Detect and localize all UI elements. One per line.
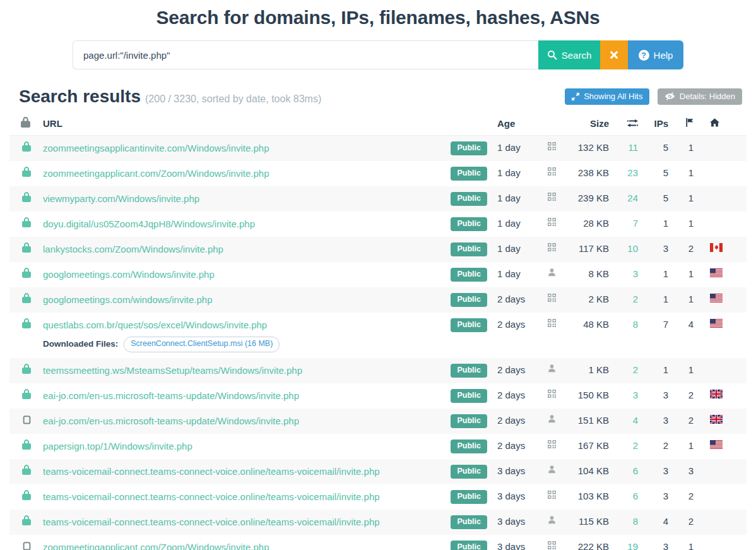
search-button-label: Search xyxy=(562,50,592,61)
result-url-link[interactable]: doyu.digital/us05Zoom4JqpH8/Windows/invi… xyxy=(43,218,255,230)
transfers-icon xyxy=(627,119,638,127)
size-cell: 150 KB xyxy=(564,383,614,409)
result-url-link[interactable]: viewmyparty.com/Windows/invite.php xyxy=(43,193,199,205)
result-url-link[interactable]: zoommeetingsapplicantinvite.com/Windows/… xyxy=(43,142,269,155)
lock-header-icon xyxy=(21,117,30,128)
ips-cell: 1 xyxy=(643,358,673,383)
downloaded-files-label: Downloaded Files: xyxy=(43,338,118,350)
hits-count-link[interactable]: 6 xyxy=(633,465,638,476)
visibility-badge: Public xyxy=(451,318,487,332)
country-flag-us-icon xyxy=(710,268,723,277)
search-bar: Search ? Help xyxy=(73,40,683,69)
result-url-link[interactable]: teams-voicemail-connect.teams-connect-vo… xyxy=(43,491,380,503)
clear-search-button[interactable] xyxy=(600,40,628,69)
result-url-link[interactable]: papersign.top/1/Windows/invite.php xyxy=(43,440,192,453)
hits-count-link[interactable]: 10 xyxy=(627,243,638,254)
countries-cell: 2 xyxy=(673,409,699,434)
ips-cell: 3 xyxy=(643,535,673,550)
showing-all-hits-label: Showing All Hits xyxy=(584,92,642,101)
ips-cell: 2 xyxy=(643,434,673,459)
user-icon xyxy=(547,268,557,277)
visibility-badge: Public xyxy=(451,141,487,155)
visibility-badge: Public xyxy=(451,293,487,307)
hits-count-link[interactable]: 2 xyxy=(633,294,638,304)
user-icon xyxy=(547,364,557,373)
result-url-link[interactable]: teams-voicemail-connect.teams-connect-vo… xyxy=(43,516,380,529)
countries-cell: 1 xyxy=(673,434,699,459)
help-button[interactable]: ? Help xyxy=(628,40,683,69)
unlocked-icon xyxy=(22,414,32,424)
result-url-link[interactable]: questlabs.com.br/quest/sos/excel/Windows… xyxy=(43,319,267,332)
hits-count-link[interactable]: 11 xyxy=(628,142,638,153)
help-button-label: Help xyxy=(654,50,673,61)
visibility-badge: Public xyxy=(451,465,487,479)
hits-count-link[interactable]: 2 xyxy=(633,440,638,451)
lock-icon xyxy=(22,490,31,500)
size-cell: 1 KB xyxy=(564,358,614,383)
visibility-badge: Public xyxy=(451,217,487,231)
lock-icon xyxy=(22,217,31,227)
qr-code-icon xyxy=(547,490,557,499)
age-cell: 1 day xyxy=(492,186,540,212)
result-url-link[interactable]: googlomeetings.com/windows/invite.php xyxy=(43,294,212,306)
hits-count-link[interactable]: 8 xyxy=(633,516,638,527)
ips-cell: 4 xyxy=(643,510,673,535)
age-cell: 3 days xyxy=(492,535,540,550)
hits-count-link[interactable]: 8 xyxy=(633,319,638,330)
visibility-badge: Public xyxy=(451,490,487,504)
user-icon xyxy=(547,414,557,424)
age-cell: 1 day xyxy=(492,237,540,262)
ips-cell: 7 xyxy=(643,313,673,358)
results-meta: (200 / 3230, sorted by date, took 83ms) xyxy=(145,93,321,104)
size-cell: 151 KB xyxy=(564,409,614,434)
ips-cell: 3 xyxy=(643,237,673,262)
result-url-link[interactable]: eai-jo.com/en-us.microsoft-teams-update/… xyxy=(43,415,299,427)
qr-code-icon xyxy=(547,389,557,398)
visibility-badge: Public xyxy=(451,167,487,181)
size-cell: 28 KB xyxy=(564,212,614,237)
results-header-buttons: Showing All Hits Details: Hidden xyxy=(565,88,742,105)
age-cell: 1 day xyxy=(492,161,540,186)
results-table: URL Age Size IPs xyxy=(9,113,747,550)
size-cell: 132 KB xyxy=(564,136,614,162)
hits-count-link[interactable]: 6 xyxy=(633,491,638,501)
countries-cell: 1 xyxy=(673,186,699,212)
search-button[interactable]: Search xyxy=(538,40,600,69)
results-title: Search results(200 / 3230, sorted by dat… xyxy=(19,87,321,107)
qr-code-icon xyxy=(547,318,557,328)
result-url-link[interactable]: googlomeetings.com/Windows/invite.php xyxy=(43,268,215,281)
lock-icon xyxy=(22,268,31,278)
hits-count-link[interactable]: 3 xyxy=(633,268,638,279)
result-row: eai-jo.com/en-us.microsoft-teams-update/… xyxy=(9,383,747,409)
result-url-link[interactable]: lankystocks.com/Zoom/Windows/invite.php xyxy=(43,243,223,256)
hits-count-link[interactable]: 3 xyxy=(633,390,638,400)
hits-count-link[interactable]: 7 xyxy=(633,218,638,229)
hits-count-link[interactable]: 19 xyxy=(627,541,638,550)
result-url-link[interactable]: teams-voicemail-connect.teams-connect-vo… xyxy=(43,465,380,478)
size-cell: 239 KB xyxy=(564,186,614,212)
hits-count-link[interactable]: 2 xyxy=(633,364,638,375)
search-input[interactable] xyxy=(73,40,538,69)
result-row: teemssmeetting.ws/MsteamsSetup/teams/Win… xyxy=(9,358,747,383)
result-url-link[interactable]: eai-jo.com/en-us.microsoft-teams-update/… xyxy=(43,390,299,402)
results-table-body: zoommeetingsapplicantinvite.com/Windows/… xyxy=(9,136,747,550)
lock-icon xyxy=(22,389,31,399)
age-cell: 2 days xyxy=(492,434,540,459)
countries-cell: 1 xyxy=(673,262,699,287)
qr-code-icon xyxy=(547,217,557,227)
visibility-badge: Public xyxy=(451,242,487,256)
result-url-link[interactable]: zoommeetingapplicant.com/Zoom/Windows/in… xyxy=(43,541,269,550)
result-url-link[interactable]: teemssmeetting.ws/MsteamsSetup/teams/Win… xyxy=(43,364,302,377)
hits-count-link[interactable]: 4 xyxy=(633,415,638,426)
details-toggle-button[interactable]: Details: Hidden xyxy=(658,88,742,105)
qr-code-icon xyxy=(547,293,557,302)
downloaded-file-link[interactable]: ScreenConnect.ClientSetup.msi (16 MB) xyxy=(124,337,280,352)
size-cell: 115 KB xyxy=(564,510,614,535)
countries-cell: 2 xyxy=(673,237,699,262)
question-circle-icon: ? xyxy=(639,50,649,61)
hits-count-link[interactable]: 23 xyxy=(627,167,638,178)
showing-all-hits-button[interactable]: Showing All Hits xyxy=(565,88,649,105)
hits-count-link[interactable]: 24 xyxy=(627,193,638,203)
lock-icon xyxy=(22,167,31,177)
result-url-link[interactable]: zoommeetingapplicant.com/Zoom/Windows/in… xyxy=(43,167,269,180)
